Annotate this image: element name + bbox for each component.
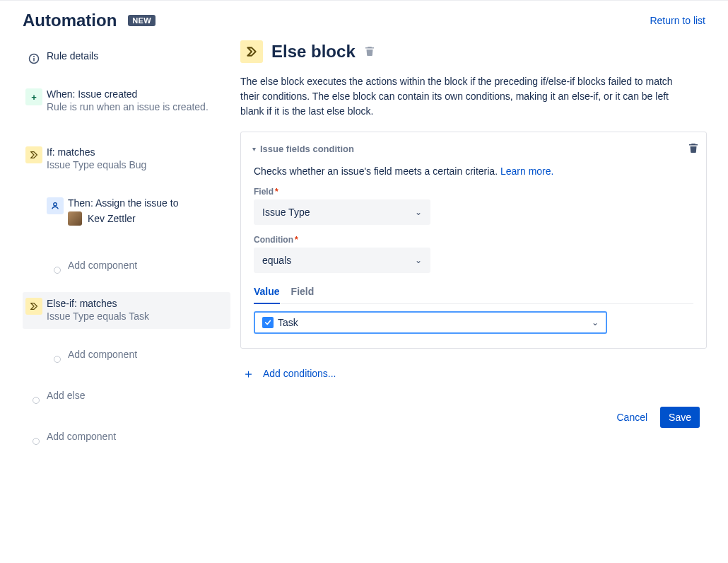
user-icon xyxy=(47,197,64,214)
avatar xyxy=(68,211,82,226)
block-description: The else block executes the actions with… xyxy=(240,74,693,119)
add-conditions-button[interactable]: ＋ Add conditions... xyxy=(240,366,728,381)
field-label: Field* xyxy=(254,187,693,197)
field-select[interactable]: Issue Type ⌄ xyxy=(254,199,430,225)
main-content: Else block The else block executes the a… xyxy=(240,30,728,468)
elseif-title: Else-if: matches xyxy=(47,298,225,309)
add-component-2[interactable]: Add component xyxy=(44,343,230,367)
return-to-list-link[interactable]: Return to list xyxy=(650,15,705,26)
info-icon xyxy=(25,50,42,67)
rule-details-item[interactable]: Rule details xyxy=(23,45,230,69)
circle-icon xyxy=(25,431,42,448)
condition-label: Condition* xyxy=(254,235,693,245)
tab-value[interactable]: Value xyxy=(254,283,280,304)
add-component-3[interactable]: Add component xyxy=(23,425,230,449)
if-subtitle: Issue Type equals Bug xyxy=(47,159,225,170)
circle-icon xyxy=(47,260,64,277)
value-select[interactable]: Task ⌄ xyxy=(254,311,607,334)
branch-icon xyxy=(240,40,263,63)
rule-details-label: Rule details xyxy=(47,50,225,62)
delete-block-button[interactable] xyxy=(364,45,375,59)
when-subtitle: Rule is run when an issue is created. xyxy=(47,101,225,112)
elseif-subtitle: Issue Type equals Task xyxy=(47,310,225,322)
chevron-down-icon: ⌄ xyxy=(415,207,422,217)
circle-icon xyxy=(47,349,64,366)
then-assign-item[interactable]: Then: Assign the issue to Kev Zettler xyxy=(44,192,230,233)
page-title: Automation xyxy=(23,11,117,30)
condition-panel: ▾ Issue fields condition Checks whether … xyxy=(240,132,707,349)
cancel-button[interactable]: Cancel xyxy=(616,412,647,423)
value-chip-label: Task xyxy=(278,317,298,328)
when-title: When: Issue created xyxy=(47,88,225,100)
add-component-1[interactable]: Add component xyxy=(44,254,230,278)
branch-icon xyxy=(25,146,42,163)
svg-point-1 xyxy=(33,56,35,57)
assignee-name: Kev Zettler xyxy=(88,213,136,224)
plus-icon: + xyxy=(25,88,42,105)
chevron-down-icon[interactable]: ▾ xyxy=(252,145,256,153)
condition-select[interactable]: equals ⌄ xyxy=(254,248,430,273)
chevron-down-icon: ⌄ xyxy=(415,255,422,265)
condition-description: Checks whether an issue's field meets a … xyxy=(254,166,693,177)
svg-point-3 xyxy=(54,203,57,206)
chevron-down-icon: ⌄ xyxy=(592,318,599,327)
branch-icon xyxy=(25,298,42,315)
if-block-item[interactable]: If: matches Issue Type equals Bug xyxy=(23,141,230,178)
then-title: Then: Assign the issue to xyxy=(68,197,225,209)
panel-title: Else block xyxy=(271,42,356,62)
task-type-icon xyxy=(262,317,274,328)
tab-field[interactable]: Field xyxy=(291,283,315,304)
value-field-tabs: Value Field xyxy=(254,283,693,304)
rule-sidebar: Rule details + When: Issue created Rule … xyxy=(0,30,240,468)
add-else-item[interactable]: Add else xyxy=(23,384,230,408)
condition-title: Issue fields condition xyxy=(260,144,354,154)
plus-icon: ＋ xyxy=(240,366,256,381)
when-trigger-item[interactable]: + When: Issue created Rule is run when a… xyxy=(23,83,230,120)
circle-icon xyxy=(25,390,42,407)
if-title: If: matches xyxy=(47,146,225,158)
delete-condition-button[interactable] xyxy=(688,142,699,156)
new-badge: NEW xyxy=(128,15,155,26)
elseif-block-item[interactable]: Else-if: matches Issue Type equals Task xyxy=(23,292,230,329)
svg-rect-2 xyxy=(33,58,35,62)
save-button[interactable]: Save xyxy=(660,407,700,428)
learn-more-link[interactable]: Learn more. xyxy=(500,166,553,177)
